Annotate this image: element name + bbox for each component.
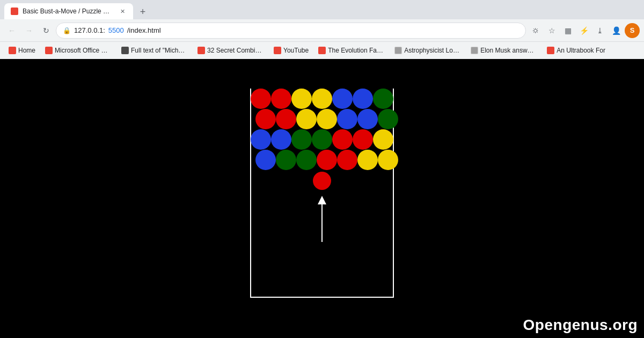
bubble [378,150,398,170]
bubble [296,109,317,129]
bubble [357,150,378,170]
back-button[interactable]: ← [4,23,19,38]
bookmark-astrophysicist[interactable]: Astrophysicist Lost... [390,45,465,56]
bookmark-fulltext[interactable]: Full text of "Michael... [117,45,192,56]
bookmark-label: Astrophysicist Lost... [404,47,461,54]
address-bar[interactable]: 🔒 127.0.0.1:5500/index.html [56,23,526,39]
new-tab-button[interactable]: + [135,4,150,19]
bubble [312,129,332,150]
game-container[interactable] [250,89,394,298]
bubble [312,89,332,109]
bubble [373,89,393,109]
shooter-bubble [313,172,331,190]
shoot-arrow [318,196,326,242]
bookmark-favicon [318,47,326,54]
browser-frame: Basic Bust-a-Move / Puzzle Bobb ✕ + ← → … [0,0,644,338]
url-path: /index.html [127,26,161,34]
bubble [353,129,373,150]
bubble [337,150,357,170]
bubble [378,109,398,129]
bubble [296,150,317,170]
active-tab[interactable]: Basic Bust-a-Move / Puzzle Bobb ✕ [4,3,133,19]
extensions-button[interactable]: ⚡ [576,23,591,38]
bubble [255,150,276,170]
bookmark-label: The Evolution Fanta... [328,47,385,54]
bookmark-favicon [274,47,281,54]
bookmark-ultrabook[interactable]: An Ultrabook For [543,45,610,56]
bookmark-evolution[interactable]: The Evolution Fanta... [314,45,389,56]
bookmark-ms-office[interactable]: Microsoft Office Ho... [41,45,116,56]
bookmark-favicon [9,47,16,54]
bubble [276,150,296,170]
bubble [291,89,312,109]
reload-button[interactable]: ↻ [39,23,54,38]
nav-bar: ← → ↻ 🔒 127.0.0.1:5500/index.html ⛭ ☆ ▦ … [0,19,644,42]
bubble [271,89,291,109]
arrow-head [318,196,326,204]
account-sync-button[interactable]: 👤 [609,23,624,38]
split-button[interactable]: ▦ [560,23,575,38]
bubble [291,129,312,150]
bookmark-label: An Ultrabook For [557,47,605,54]
bubble-row-3 [250,129,394,150]
bookmark-favicon [197,47,205,54]
bookmark-favicon [394,47,402,54]
bubble [251,89,271,109]
tab-favicon [11,8,18,15]
bookmark-favicon [547,47,554,54]
bookmark-home[interactable]: Home [4,45,40,56]
bubble [271,129,291,150]
title-bar: Basic Bust-a-Move / Puzzle Bobb ✕ + [0,0,644,19]
bubble [337,109,357,129]
bookmark-label: Full text of "Michael... [131,47,188,54]
bookmark-32secret[interactable]: 32 Secret Combinat... [193,45,268,56]
tab-title: Basic Bust-a-Move / Puzzle Bobb [23,8,114,15]
bubble [317,150,337,170]
bubble [255,109,276,129]
bookmark-favicon [45,47,53,54]
bookmark-label: YouTube [283,47,309,54]
bookmark-label: Home [18,47,35,54]
tab-close-button[interactable]: ✕ [118,7,127,16]
security-icon: 🔒 [63,27,71,34]
bookmark-label: Elon Musk answers... [480,47,537,54]
tab-bar: Basic Bust-a-Move / Puzzle Bobb ✕ + [4,0,638,19]
page-content: Opengenus.org [0,59,644,338]
bubble [373,129,393,150]
bubble-row-4 [260,150,394,170]
bookmark-favicon [121,47,129,54]
bookmark-label: Microsoft Office Ho... [55,47,112,54]
url-port: 5500 [108,26,124,34]
bubble [276,109,296,129]
translate-button[interactable]: ⛭ [528,23,543,38]
bubble-grid [250,89,394,170]
bookmark-favicon [471,47,478,54]
bubble [332,129,353,150]
watermark: Opengenus.org [523,317,638,334]
download-button[interactable]: ⤓ [592,23,608,38]
bookmark-youtube[interactable]: YouTube [269,45,313,56]
bubble [353,89,373,109]
nav-actions: ⛭ ☆ ▦ ⚡ ⤓ 👤 S [528,23,640,38]
bubble [251,129,271,150]
bookmark-button[interactable]: ☆ [544,23,559,38]
bookmarks-bar: Home Microsoft Office Ho... Full text of… [0,42,644,59]
bubble [317,109,337,129]
bookmark-label: 32 Secret Combinat... [207,47,264,54]
bubble-row-1 [250,89,394,109]
profile-button[interactable]: S [625,23,640,38]
bubble [332,89,353,109]
forward-button[interactable]: → [21,23,36,38]
bubble-row-2 [260,109,394,129]
url-host: 127.0.0.1: [74,26,105,34]
arrow-shaft [321,204,323,242]
bubble [357,109,378,129]
bookmark-elon[interactable]: Elon Musk answers... [466,45,541,56]
